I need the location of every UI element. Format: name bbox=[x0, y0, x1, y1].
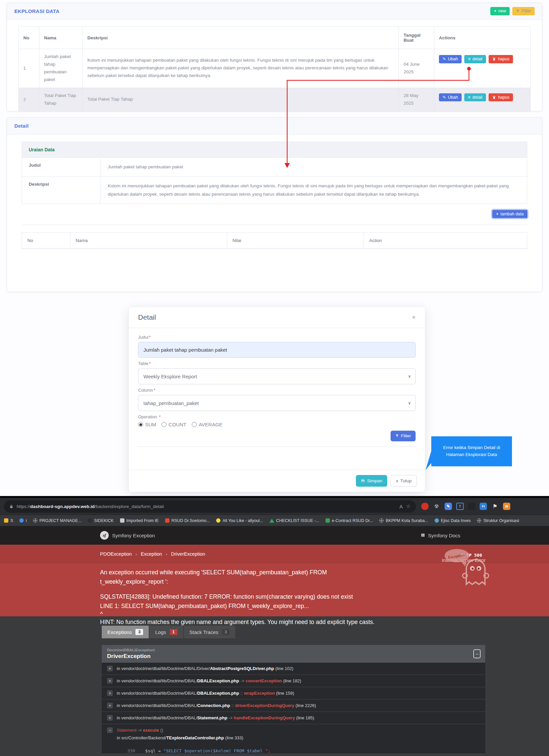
radio-average[interactable]: AVERAGE bbox=[192, 422, 222, 427]
bird-extension-icon[interactable] bbox=[468, 503, 475, 510]
new-button[interactable]: +new bbox=[490, 7, 510, 15]
col-header-action: Action bbox=[364, 233, 527, 248]
tab-exceptions[interactable]: Exceptions3 bbox=[102, 626, 149, 638]
wayback-extension-icon[interactable]: W bbox=[503, 503, 510, 510]
ghost-mascot: Exception! bbox=[444, 547, 490, 586]
plus-icon: + bbox=[494, 9, 496, 13]
collapse-button[interactable]: − bbox=[473, 649, 481, 658]
uraian-data-box: Uraian Data Judul Jumlah paket tahap pem… bbox=[22, 142, 527, 204]
trace-row[interactable]: + in vendor/doctrine/dbal/lib/Doctrine/D… bbox=[102, 712, 485, 724]
radio-count[interactable]: COUNT bbox=[161, 422, 186, 427]
ubah-button[interactable]: ✎Ubah bbox=[439, 55, 462, 63]
radio-selected-icon bbox=[138, 422, 143, 427]
chevron-down-icon: ∨ bbox=[408, 401, 411, 405]
ubah-button[interactable]: ✎Ubah bbox=[439, 93, 462, 102]
tab-stack-traces[interactable]: Stack Traces3 bbox=[184, 626, 235, 638]
trace-row[interactable]: + in vendor/doctrine/dbal/lib/Doctrine/D… bbox=[102, 687, 485, 700]
trash-icon bbox=[492, 57, 496, 61]
required-mark: * bbox=[149, 361, 151, 366]
radio-sum[interactable]: SUM bbox=[138, 422, 156, 427]
text-capture-extension-icon[interactable]: T bbox=[456, 503, 464, 510]
expand-icon[interactable]: + bbox=[107, 666, 113, 671]
expand-icon[interactable]: + bbox=[107, 678, 113, 684]
hapus-button[interactable]: hapus bbox=[489, 55, 513, 63]
compose-extension-icon[interactable]: ✎ bbox=[445, 503, 452, 510]
exception-message-line: LINE 1: SELECT SUM(tahap_pembuatan_paket… bbox=[100, 601, 429, 611]
required-mark: * bbox=[154, 388, 155, 393]
chevron-down-icon: ∨ bbox=[408, 374, 411, 379]
bookmark-item[interactable]: S bbox=[4, 518, 13, 523]
favicon bbox=[216, 518, 220, 523]
globe-favicon bbox=[477, 518, 481, 523]
trace-row-expanded[interactable]: − Statement -> execute () in src/Control… bbox=[102, 724, 485, 740]
detail-modal: Detail × Judul* Table* Weekly Eksplore R… bbox=[128, 307, 425, 492]
breadcrumb: PDOException›Exception›DriverException bbox=[100, 551, 205, 557]
hapus-button[interactable]: hapus bbox=[489, 93, 513, 102]
favicon bbox=[435, 518, 439, 523]
bookmark-item[interactable]: i bbox=[19, 518, 27, 523]
col-header-tanggal: Tanggal Buat bbox=[399, 27, 434, 49]
folder-favicon bbox=[120, 518, 124, 523]
bookmark-item[interactable]: e-Contract RSUD Dr... bbox=[326, 518, 373, 523]
list-icon: ≡ bbox=[468, 95, 470, 100]
favicon bbox=[165, 518, 169, 523]
expand-icon[interactable]: + bbox=[107, 703, 113, 708]
cell-nama: Total Paket Tiap Tahap bbox=[39, 88, 83, 111]
tutup-button[interactable]: xTutup bbox=[391, 475, 417, 487]
funnel-icon bbox=[395, 434, 399, 438]
required-mark: * bbox=[159, 414, 161, 419]
symfony-docs-link[interactable]: Symfony Docs bbox=[421, 533, 460, 538]
trace-row[interactable]: + in vendor/doctrine/dbal/lib/Doctrine/D… bbox=[102, 675, 485, 687]
bookmark-item[interactable]: Ejisc Data Inves bbox=[435, 518, 471, 523]
radiation-extension-icon[interactable]: ☢ bbox=[433, 503, 440, 510]
favicon bbox=[326, 518, 330, 523]
tambah-data-button[interactable]: +tambah data bbox=[492, 210, 527, 218]
annotation-callout: Error ketika Simpan Detail di Halaman Ek… bbox=[431, 436, 512, 466]
trace-row[interactable]: + in vendor/doctrine/dbal/lib/Doctrine/D… bbox=[102, 663, 485, 675]
bookmark-item[interactable]: BKPPM Kota Suraba... bbox=[379, 518, 428, 523]
simpan-button[interactable]: Simpan bbox=[356, 475, 387, 487]
exception-detail-area: Exceptions3 Logs1 Stack Traces3 Doctrine… bbox=[0, 616, 549, 756]
column-select[interactable]: tahap_pembuatan_paket∨ bbox=[138, 395, 416, 411]
explore-data-panel: EKPLORASI DATA +new Filter No Nama Deskr… bbox=[7, 3, 542, 111]
stack-trace-list: + in vendor/doctrine/dbal/lib/Doctrine/D… bbox=[102, 663, 485, 753]
filter-button[interactable]: Filter bbox=[512, 7, 535, 15]
bookmark-item[interactable]: All You Like - allyoul... bbox=[216, 518, 263, 523]
col-header-nama: Nama bbox=[70, 233, 227, 248]
bookmark-item[interactable]: Imported From IE bbox=[120, 518, 159, 523]
judul-value: Jumlah paket tahap pembuatan paket bbox=[100, 158, 527, 176]
close-icon[interactable]: × bbox=[412, 314, 416, 321]
cell-no: 2 bbox=[19, 88, 39, 111]
browser-chrome: https://dashboard-sgn.appdev.web.id/back… bbox=[0, 496, 549, 756]
detail-button[interactable]: ≡detail bbox=[464, 93, 486, 102]
adblock-extension-icon[interactable] bbox=[421, 503, 429, 510]
text-size-icon[interactable]: A bbox=[400, 504, 403, 509]
fi-extension-icon[interactable]: FI bbox=[480, 503, 487, 510]
plus-icon: + bbox=[496, 212, 498, 216]
expand-icon[interactable]: + bbox=[107, 715, 113, 721]
screenshot-root: EKPLORASI DATA +new Filter No Nama Deskr… bbox=[0, 0, 549, 756]
tab-logs[interactable]: Logs1 bbox=[149, 626, 183, 638]
bookmark-item[interactable]: PROJECT MANAGE... bbox=[33, 518, 81, 523]
bookmark-item[interactable]: RSUD Dr.Soetomo... bbox=[165, 518, 210, 523]
url-domain: dashboard-sgn.appdev.web.id bbox=[30, 504, 95, 509]
exception-message-line: SQLSTATE[42883]: Undefined function: 7 E… bbox=[100, 592, 429, 601]
judul-input[interactable] bbox=[138, 342, 416, 358]
bookmark-star-icon[interactable]: ☆ bbox=[406, 503, 411, 509]
required-mark: * bbox=[149, 335, 151, 340]
trace-row[interactable]: + in vendor/doctrine/dbal/lib/Doctrine/D… bbox=[102, 700, 485, 712]
exception-namespace: Doctrine\DBAL\Exception\ bbox=[107, 648, 480, 652]
col-header-no: No bbox=[19, 27, 39, 49]
operation-radio-group: SUM COUNT AVERAGE bbox=[138, 422, 416, 427]
expand-icon[interactable]: + bbox=[107, 690, 113, 696]
modal-filter-button[interactable]: Filter bbox=[391, 431, 416, 441]
bookmark-flag-icon[interactable]: ⚑ bbox=[491, 503, 499, 510]
bookmark-item[interactable]: SIDEKICK bbox=[88, 518, 113, 523]
address-bar[interactable]: https://dashboard-sgn.appdev.web.id/back… bbox=[4, 500, 416, 513]
table-select[interactable]: Weekly Eksplore Report∨ bbox=[138, 368, 416, 384]
detail-button[interactable]: ≡detail bbox=[464, 55, 486, 63]
collapse-icon[interactable]: − bbox=[107, 727, 113, 733]
bookmark-item[interactable]: CHECKLIST ISSUE -... bbox=[269, 518, 319, 523]
favicon bbox=[19, 518, 24, 523]
bookmark-item[interactable]: Struktur Organisasi bbox=[477, 518, 519, 523]
